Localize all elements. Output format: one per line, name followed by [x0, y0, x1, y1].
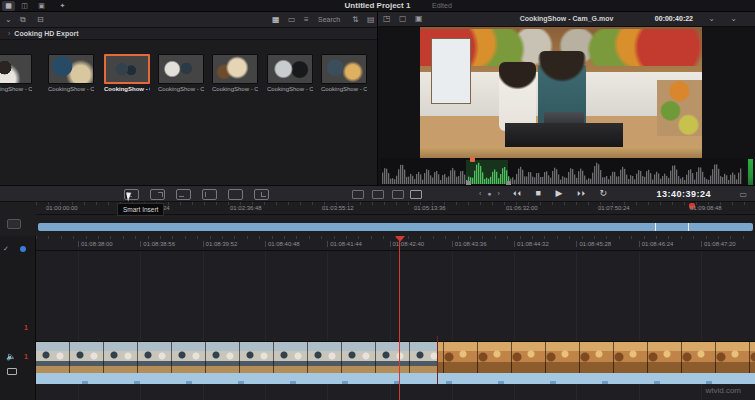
clip-join-line: [437, 336, 438, 384]
clip-thumbnail: [321, 54, 367, 84]
mini-ruler-label: 01:06:32:00: [506, 205, 538, 211]
viewer-options-dropdown-icon[interactable]: ⌄: [730, 14, 737, 24]
audio-meter: [748, 159, 753, 185]
speaker-icon[interactable]: 🔈: [6, 352, 16, 361]
waveform-graph: [380, 158, 746, 186]
stop-button[interactable]: ■: [536, 188, 542, 198]
cook-person-left: [499, 62, 536, 131]
media-pool-clip[interactable]: CookingShow - Ca...: [158, 54, 204, 92]
mini-ruler-label: 01:09:08:48: [690, 205, 722, 211]
playhead-line[interactable]: [399, 236, 400, 400]
video-frame[interactable]: [420, 27, 702, 160]
clip-label: CookingShow - Ca...: [104, 86, 150, 92]
media-pool-clip[interactable]: CookingShow - Ca...: [212, 54, 258, 92]
ruler-label: 01:08:46:24: [639, 241, 674, 247]
ruler-label: 01:08:40:48: [265, 241, 300, 247]
snapping-icon[interactable]: [352, 190, 364, 199]
mini-ruler-label: 01:07:50:24: [598, 205, 630, 211]
ruler-label: 01:08:38:56: [140, 241, 175, 247]
clip-grid: CookingShow - Ca...CookingShow - Ca...Co…: [0, 40, 378, 110]
stove: [505, 123, 623, 150]
place-on-top-tool-icon[interactable]: [228, 189, 243, 200]
track-color-dot-icon[interactable]: [20, 246, 26, 252]
mini-ruler-label: 01:02:36:48: [230, 205, 262, 211]
play-button[interactable]: ▶: [555, 188, 563, 198]
ruler-label: 01:08:41:44: [327, 241, 362, 247]
title-bar: ▦ ◫ ▣ ✦ Untitled Project 1 Edited: [0, 0, 755, 12]
media-pool-clip[interactable]: CookingShow - Ca...: [0, 54, 32, 92]
timeline-panel[interactable]: 01:08:38:0001:08:38:5601:08:39:5201:08:4…: [0, 236, 755, 400]
track-header-gutter: ✓ 1 🔈 1: [0, 236, 36, 400]
ruler-label: 01:08:38:00: [78, 241, 113, 247]
breadcrumb-chevron-icon: ›: [8, 30, 10, 37]
search-label[interactable]: Search: [318, 16, 340, 23]
append-tool-icon[interactable]: [150, 189, 165, 200]
ruler-label: 01:08:39:52: [203, 241, 238, 247]
source-overwrite-tool-icon[interactable]: [254, 189, 269, 200]
media-pool-clip[interactable]: CookingShow - Ca...: [104, 54, 150, 92]
ruler-label: 01:08:45:28: [576, 241, 611, 247]
davinci-resolve-edit-page: ▦ ◫ ▣ ✦ Untitled Project 1 Edited ⌄ ⧉ ⊟ …: [0, 0, 755, 400]
timeline-timecode: 13:40:39:24: [656, 189, 711, 199]
viewer-timecode: 00:00:40:22: [655, 15, 693, 22]
media-pool-clip[interactable]: CookingShow - Ca...: [267, 54, 313, 92]
resolution-dropdown-icon[interactable]: ⌄: [708, 14, 715, 24]
sort-icon[interactable]: ⇅: [352, 15, 359, 25]
media-pool-clip[interactable]: CookingShow - Ca...: [48, 54, 94, 92]
media-pool-toolbar: ⌄ ⧉ ⊟ ▦ ▭ ≡ Search ⇅ ▤: [0, 12, 377, 28]
media-pool-clip[interactable]: CookingShow - Ca...: [321, 54, 367, 92]
bin-options-icon[interactable]: ▤: [367, 15, 375, 25]
transport-controls: ⏴⏴ ■ ▶ ⏵⏵ ↻: [508, 188, 613, 198]
clip-label: CookingShow - Ca...: [267, 86, 313, 92]
timeline-list-icon[interactable]: ▭: [739, 190, 747, 200]
breadcrumb[interactable]: ›Cooking HD Export: [0, 28, 377, 40]
clip-thumbnail: [212, 54, 258, 84]
clip-label: CookingShow - Ca...: [48, 86, 94, 92]
timeline-viewer-panel: ◳ ▢ ▣ CookingShow - Cam_G.mov 00:00:40:2…: [378, 12, 755, 185]
monitor-icon[interactable]: [7, 368, 17, 375]
clip-thumbnail: [267, 54, 313, 84]
track-check-icon[interactable]: ✓: [3, 245, 9, 253]
waveform-marker-icon[interactable]: [470, 157, 475, 162]
filmstrip-view-icon[interactable]: ▭: [288, 15, 296, 25]
linked-selection-icon[interactable]: [372, 190, 384, 199]
timeline-view-options-icon[interactable]: [410, 190, 422, 199]
timeline-zoom-preset-icon[interactable]: [7, 219, 21, 229]
mini-ruler-label: 01:03:55:12: [322, 205, 354, 211]
playhead-head-icon[interactable]: [395, 236, 405, 242]
audio-clip-bar[interactable]: [36, 373, 755, 384]
project-title: Untitled Project 1: [0, 1, 755, 10]
jog-control[interactable]: ‹ ● ›: [479, 190, 502, 197]
ruler-label: 01:08:43:36: [452, 241, 487, 247]
prev-clip-button[interactable]: ⏴⏴: [513, 190, 522, 197]
scroll-bar-tick: [655, 223, 656, 231]
edit-toolbar: ‹ ● › ⏴⏴ ■ ▶ ⏵⏵ ↻ 13:40:39:24 ▭: [0, 185, 755, 202]
timeline-scroll-bar[interactable]: [38, 223, 753, 231]
chevron-down-icon[interactable]: ⌄: [5, 15, 12, 25]
clip-thumbnail: [0, 54, 32, 84]
smart-insert-tooltip: Smart Insert: [117, 203, 164, 216]
import-media-icon[interactable]: ⊟: [37, 15, 44, 25]
audio-track-number: 1: [24, 353, 28, 360]
new-bin-icon[interactable]: ⧉: [20, 15, 26, 25]
grid-view-icon[interactable]: ▦: [272, 15, 280, 25]
list-view-icon[interactable]: ≡: [304, 15, 309, 25]
breadcrumb-label: Cooking HD Export: [14, 30, 78, 37]
loop-button[interactable]: ↻: [599, 188, 608, 198]
watermark: wtvid.com: [705, 386, 741, 395]
next-clip-button[interactable]: ⏵⏵: [577, 190, 586, 197]
audio-waveform-strip[interactable]: [380, 158, 746, 186]
flag-icon[interactable]: [392, 190, 404, 199]
viewer-header: ◳ ▢ ▣ CookingShow - Cam_G.mov 00:00:40:2…: [378, 12, 755, 27]
ripple-overwrite-tool-icon[interactable]: [176, 189, 191, 200]
filmstrip-frame-separators: [36, 341, 755, 373]
video-track-number: 1: [24, 324, 28, 331]
close-up-tool-icon[interactable]: [202, 189, 217, 200]
ruler-label: 01:08:44:32: [514, 241, 549, 247]
clip-label: CookingShow - Ca...: [158, 86, 204, 92]
mini-ruler-label: 01:05:13:36: [414, 205, 446, 211]
mini-timeline: 01:00:00:0001:01:18:2401:02:36:4801:03:5…: [0, 202, 755, 236]
mini-ruler-label: 01:00:00:00: [46, 205, 78, 211]
scroll-bar-tick: [688, 223, 689, 231]
clip-thumbnail: [104, 54, 150, 84]
